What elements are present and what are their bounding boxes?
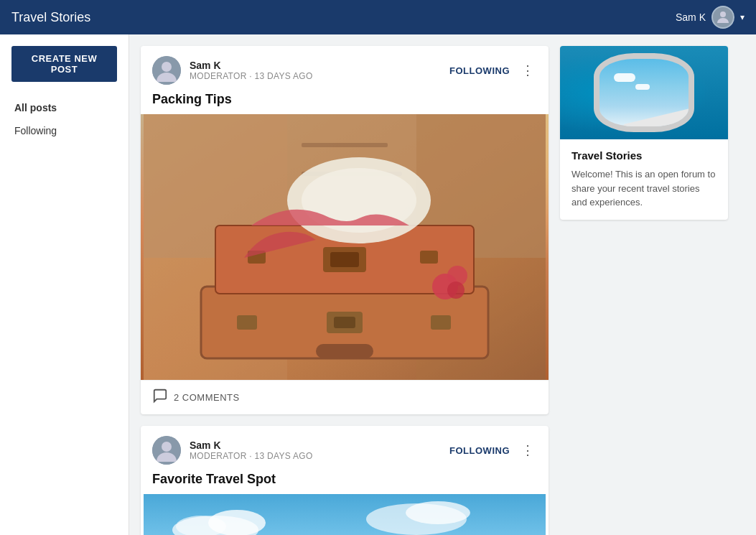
more-options-button[interactable]: ⋮ xyxy=(518,444,537,457)
avatar-icon xyxy=(714,9,732,26)
community-description: Welcome! This is an open forum to share … xyxy=(571,167,717,210)
user-name: Sam K xyxy=(676,11,706,23)
post-author-avatar xyxy=(152,436,181,465)
post-actions: FOLLOWING ⋮ xyxy=(449,444,537,457)
dropdown-arrow-icon: ▾ xyxy=(740,12,745,22)
user-avatar xyxy=(711,6,734,29)
create-new-post-button[interactable]: CREATE NEW POST xyxy=(11,46,117,82)
svg-point-35 xyxy=(406,501,470,524)
airplane-window xyxy=(594,53,694,132)
post-image xyxy=(141,114,549,380)
post-footer: 2 COMMENTS xyxy=(141,380,549,414)
cloud-decoration-2 xyxy=(635,84,650,90)
sidebar-item-following[interactable]: Following xyxy=(0,119,129,142)
author-name: Sam K xyxy=(190,439,313,451)
svg-rect-8 xyxy=(302,143,388,147)
author-role: MODERATOR xyxy=(190,451,247,461)
svg-rect-16 xyxy=(431,315,451,330)
comment-bubble-icon xyxy=(152,388,168,404)
sidebar: CREATE NEW POST All posts Following xyxy=(0,34,129,535)
author-name: Sam K xyxy=(190,60,313,71)
svg-point-2 xyxy=(162,62,172,72)
page-body: CREATE NEW POST All posts Following xyxy=(0,34,756,535)
post-image xyxy=(141,494,549,535)
hero-inner xyxy=(560,46,728,139)
post-header: Sam K MODERATOR · 13 DAYS AGO FOLLOWING … xyxy=(141,426,549,472)
app-title: Travel Stories xyxy=(11,10,90,25)
comment-icon xyxy=(152,388,168,407)
community-hero-image xyxy=(560,46,728,139)
suitcase-illustration xyxy=(141,114,549,380)
post-author-avatar xyxy=(152,56,181,85)
post-title: Packing Tips xyxy=(141,92,549,114)
author-role: MODERATOR xyxy=(190,71,247,81)
post-author-info: Sam K MODERATOR · 13 DAYS AGO xyxy=(152,436,313,465)
sky-illustration xyxy=(141,494,549,535)
community-info: Travel Stories Welcome! This is an open … xyxy=(560,139,728,220)
community-name: Travel Stories xyxy=(571,149,717,162)
post-card: Sam K MODERATOR · 13 DAYS AGO FOLLOWING … xyxy=(141,426,549,535)
community-card: Travel Stories Welcome! This is an open … xyxy=(560,46,728,220)
post-title: Favorite Travel Spot xyxy=(141,472,549,494)
svg-rect-12 xyxy=(316,344,373,358)
author-meta: MODERATOR · 13 DAYS AGO xyxy=(190,71,313,81)
svg-point-0 xyxy=(720,11,726,17)
author-avatar-icon xyxy=(152,436,181,465)
author-avatar-icon xyxy=(152,56,181,85)
comment-count: 2 COMMENTS xyxy=(174,392,240,403)
right-panel: Travel Stories Welcome! This is an open … xyxy=(560,34,739,535)
airplane-wing xyxy=(624,101,694,130)
follow-button[interactable]: FOLLOWING xyxy=(449,445,510,456)
main-feed: Sam K MODERATOR · 13 DAYS AGO FOLLOWING … xyxy=(129,34,560,535)
svg-rect-22 xyxy=(420,251,438,264)
svg-rect-14 xyxy=(334,317,355,328)
follow-button[interactable]: FOLLOWING xyxy=(449,65,510,76)
sidebar-nav: All posts Following xyxy=(0,96,129,142)
svg-point-27 xyxy=(447,282,465,299)
post-card: Sam K MODERATOR · 13 DAYS AGO FOLLOWING … xyxy=(141,46,549,414)
user-menu[interactable]: Sam K ▾ xyxy=(676,6,745,29)
more-options-button[interactable]: ⋮ xyxy=(518,64,537,77)
post-author-details: Sam K MODERATOR · 13 DAYS AGO xyxy=(190,60,313,81)
post-actions: FOLLOWING ⋮ xyxy=(449,64,537,77)
sidebar-item-all-posts[interactable]: All posts xyxy=(0,96,129,119)
svg-point-29 xyxy=(162,442,172,452)
post-author-details: Sam K MODERATOR · 13 DAYS AGO xyxy=(190,439,313,461)
svg-rect-20 xyxy=(330,252,359,267)
post-author-info: Sam K MODERATOR · 13 DAYS AGO xyxy=(152,56,313,85)
post-header: Sam K MODERATOR · 13 DAYS AGO FOLLOWING … xyxy=(141,46,549,92)
cloud-decoration xyxy=(614,73,635,82)
post-time: 13 DAYS AGO xyxy=(255,71,313,81)
svg-rect-15 xyxy=(237,315,257,330)
post-time: 13 DAYS AGO xyxy=(255,451,313,461)
separator: · xyxy=(249,451,254,461)
separator: · xyxy=(249,71,254,81)
header: Travel Stories Sam K ▾ xyxy=(0,0,756,34)
author-meta: MODERATOR · 13 DAYS AGO xyxy=(190,451,313,461)
